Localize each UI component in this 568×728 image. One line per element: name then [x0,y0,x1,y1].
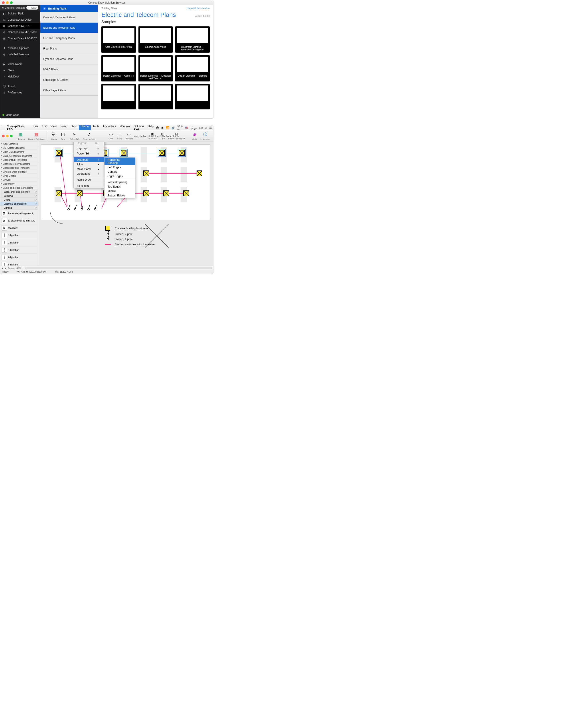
maximize-icon[interactable] [10,135,13,137]
volume-icon[interactable]: 🔊 [172,126,175,129]
tb-fit-to-text[interactable]: ⊞Fit to Text [147,131,159,140]
tb-grid[interactable]: ⊞Grid [159,131,167,140]
tb-browse-solutions[interactable]: ▦Browse Solutions [27,132,46,140]
menu-item[interactable]: Edit TextF5 [74,147,104,151]
sample-tile[interactable] [139,84,173,109]
sidebar-item[interactable]: ≡News [0,67,40,73]
switch[interactable] [67,208,70,210]
shape-item[interactable]: ┇6-light bar [0,254,38,261]
category-item[interactable]: Gym and Spa Area Plans [40,54,98,64]
category-item[interactable]: Electric and Telecom Plans [40,23,98,33]
library-item[interactable]: Accounting Flowcharts [0,158,38,162]
sidebar-item[interactable]: ⊚ConceptDraw MINDMAP [0,29,40,35]
menu-item[interactable]: Operations▸ [74,171,104,176]
signal-icon[interactable]: 📶 [166,126,169,129]
sidebar-item[interactable]: ▤ConceptDraw PROJECT [0,35,40,42]
menu-item[interactable]: Make Same▸ [74,167,104,171]
library-item[interactable]: Artwork [0,178,38,182]
shape-item[interactable]: ┇4-light bar [0,246,38,254]
sublibrary-item[interactable]: Doors⊘ [0,198,38,202]
breadcrumb[interactable]: Building Plans [101,7,117,10]
tb-color[interactable]: ◉Color [191,132,199,140]
submenu-item[interactable]: Vertical Spacing [105,180,135,184]
luminaire[interactable] [197,170,202,176]
sidebar-item[interactable]: ⬇Available Updates [0,45,40,51]
minimize-icon[interactable] [6,135,9,137]
minimize-icon[interactable] [6,1,9,4]
menu-item[interactable]: Fit to Text [74,184,104,188]
zoom-bar[interactable]: ◀▶ Custom 110%▾ [0,266,213,270]
library-item[interactable]: ATM UML Diagrams [0,150,38,154]
luminaire[interactable] [143,190,149,196]
luminaire[interactable] [121,150,127,156]
luminaire[interactable] [163,190,169,196]
wifi-icon[interactable]: ◉ [161,126,164,129]
zoom-label[interactable]: Custom 110% [8,267,21,269]
shape-item[interactable]: ┃1-light bar [0,232,38,239]
close-icon[interactable]: ⊘ [35,194,37,197]
menu-item[interactable]: Rapid Draw [74,178,104,182]
submenu-item[interactable]: Left Edges [105,165,135,170]
tb-libraries[interactable]: ▦Libraries [15,132,26,140]
library-item[interactable]: Android User Interface [0,170,38,174]
sidebar-item[interactable]: ▶Video Room [0,61,40,67]
sidebar-item[interactable]: ◎ConceptDraw Office [0,17,40,23]
tb-delete-link[interactable]: ✂Delete link [68,132,81,140]
tb-back[interactable]: ▭Back [115,131,124,140]
shape-item[interactable]: ┇2-light bar [0,239,38,246]
menu-item[interactable]: Distribute▸ [74,157,104,162]
switch[interactable] [94,208,96,210]
submenu-item[interactable]: Top Edges [105,184,135,189]
shape-item[interactable]: ⊠Luminaire ceiling mount [0,210,38,217]
switch[interactable] [74,208,76,210]
tb-reverse-link[interactable]: ↺Reverse link [82,132,96,140]
sample-tile[interactable]: Cinema Audio Video [139,26,173,53]
tb-front[interactable]: ▭Front [107,131,115,140]
submenu-item[interactable]: Centers [105,170,135,174]
library-item[interactable]: Aerospace and Transport [0,166,38,170]
library-item[interactable]: Audio and Video Connectors [0,186,38,190]
library-item[interactable]: 25 Typical Orgcharts [0,146,38,150]
category-item[interactable]: Fire and Emergency Plans [40,33,98,44]
submenu-item[interactable]: Bottom Edges [105,193,135,198]
canvas-area[interactable]: Enclosed ceiling luminaire Switch, 2 pol… [38,142,213,266]
sublibrary-item[interactable]: Walls, shell and structure⊘ [0,190,38,194]
shape-item[interactable]: ⊠Enclosed ceiling luminaire [0,217,38,224]
sample-tile[interactable]: Design Elements — Electrical and Telecom [139,55,173,81]
clock-label[interactable]: Πτ 13:42 [191,125,197,131]
library-item[interactable]: AWS Architecture Diagrams [0,154,38,158]
check-updates-button[interactable]: ↻ Check for Updates [2,6,25,9]
sublibrary-item[interactable]: Electrical and telecom⊘ [0,202,38,206]
tb-identical[interactable]: ▭Identical [124,131,134,140]
h-scrollbar[interactable] [25,267,212,269]
category-item[interactable]: Landscape & Garden [40,75,98,85]
close-icon[interactable] [2,135,5,137]
luminaire[interactable] [183,190,189,196]
close-icon[interactable]: ⊘ [35,202,37,205]
shape-item[interactable]: ┇8-light bar [0,261,38,266]
tb-tree[interactable]: 🜲Tree [59,132,67,140]
tb-inspectors[interactable]: ⓘInspectors [199,132,212,140]
close-icon[interactable]: ⊘ [35,206,37,209]
uninstall-link[interactable]: Uninstall this solution [187,7,210,10]
shape-item[interactable]: ⊠Wall light [0,224,38,232]
sublibrary-item[interactable]: Lighting⊘ [0,206,38,210]
luminaire[interactable] [159,150,165,156]
menu-item[interactable]: Power EditF6 [74,151,104,156]
luminaire[interactable] [179,150,185,156]
power-icon[interactable]: ⏻ [156,126,159,129]
category-item[interactable]: Office Layout Plans [40,85,98,96]
category-header[interactable]: ▾ Building Plans [40,5,98,12]
sample-tile[interactable]: Design Elements — Cable TV [101,55,136,81]
category-item[interactable]: Cafe and Restaurant Plans [40,12,98,23]
category-item[interactable]: HVAC Plans [40,64,98,75]
switch[interactable] [87,208,90,210]
user-label[interactable]: cso [199,127,203,129]
library-item[interactable]: User Libraries [0,142,38,146]
luminaire[interactable] [143,170,149,176]
submenu-item[interactable]: Horizontal Spacing [105,158,135,165]
switch[interactable] [81,208,83,210]
sublibrary-item[interactable]: Windows⊘ [0,194,38,198]
luminaire[interactable] [77,190,83,196]
library-item[interactable]: Area Charts [0,174,38,178]
